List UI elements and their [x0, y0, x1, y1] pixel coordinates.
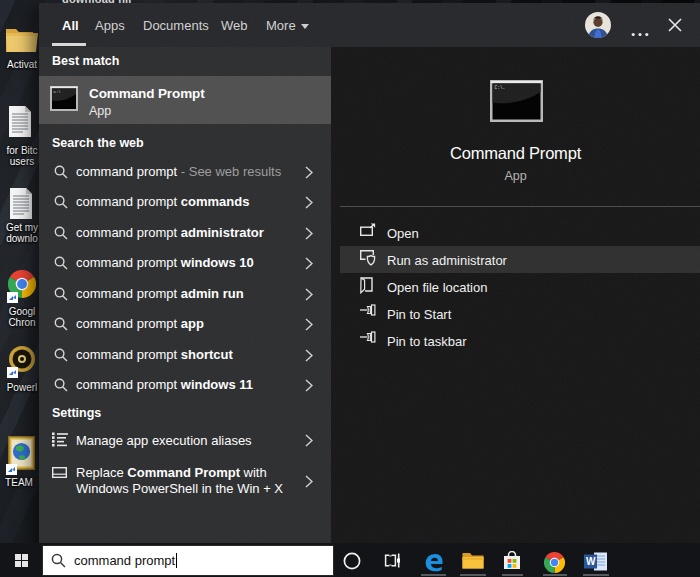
svg-text:W: W: [586, 556, 596, 567]
svg-text:C:\: C:\: [54, 90, 62, 94]
svg-text:C:\.: C:\.: [495, 85, 506, 90]
